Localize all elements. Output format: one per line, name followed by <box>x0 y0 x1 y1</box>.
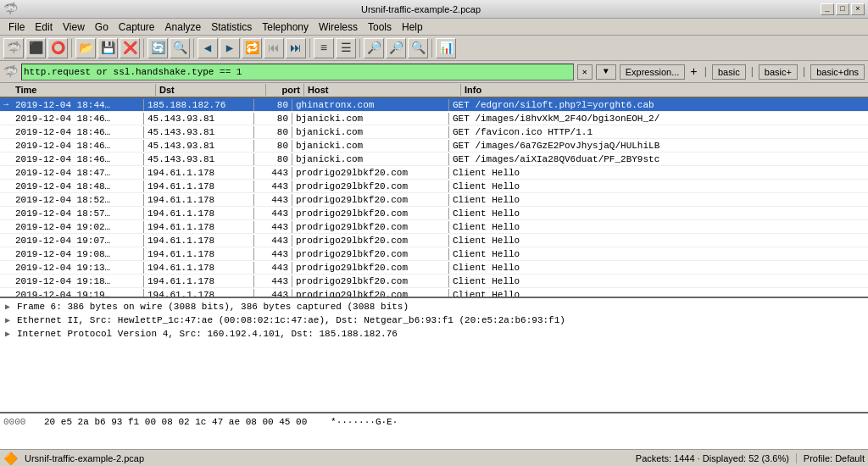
row-info: GET /images/i8hvXkM_2F4O/bgi3onEOH_2/ <box>449 113 868 125</box>
status-file: Ursnif-traffic-example-2.pcap <box>25 453 629 463</box>
row-dst: 194.61.1.178 <box>144 221 254 233</box>
table-row[interactable]: 2019-12-04 19:07… 194.61.1.178 443 prodr… <box>0 234 868 247</box>
open-button[interactable]: 📂 <box>75 38 96 58</box>
row-port: 80 <box>254 99 292 111</box>
menu-item-wireless[interactable]: Wireless <box>314 20 363 34</box>
menu-item-statistics[interactable]: Statistics <box>206 20 257 34</box>
first-button[interactable]: ⏮ <box>264 38 284 58</box>
hex-bytes: 20 e5 2a b6 93 f1 00 08 02 1c 47 ae 08 0… <box>44 415 307 429</box>
menu-item-tools[interactable]: Tools <box>363 20 397 34</box>
row-time: 2019-12-04 19:02… <box>12 221 144 233</box>
loop-button[interactable]: 🔁 <box>242 38 262 58</box>
filter-dropdown-button[interactable]: ▼ <box>596 64 616 80</box>
col-header-host[interactable]: Host <box>304 84 461 96</box>
zoom-out-button[interactable]: 🔎 <box>386 38 406 58</box>
toolbar-sep-5 <box>359 39 360 58</box>
table-row[interactable]: 2019-12-04 18:57… 194.61.1.178 443 prodr… <box>0 207 868 220</box>
app-icon: 🦈 <box>3 2 18 16</box>
packet-list-header: Time Dst port Host Info <box>0 83 868 98</box>
table-row[interactable]: → 2019-12-04 18:44… 185.188.182.76 80 gh… <box>0 98 868 112</box>
table-row[interactable]: 2019-12-04 19:02… 194.61.1.178 443 prodr… <box>0 220 868 234</box>
menu-item-edit[interactable]: Edit <box>30 20 58 34</box>
list2-button[interactable]: ☰ <box>336 38 356 58</box>
row-time: 2019-12-04 18:44… <box>12 99 144 111</box>
save-button[interactable]: 💾 <box>97 38 118 58</box>
find-button[interactable]: 🔍 <box>170 38 190 58</box>
stop-button[interactable]: ⬛ <box>25 38 46 58</box>
col-header-port[interactable]: port <box>266 84 304 96</box>
toolbar-sep-3 <box>193 39 194 58</box>
graph-button[interactable]: 📊 <box>436 38 456 58</box>
shark-button[interactable]: 🦈 <box>3 38 24 58</box>
col-header-time[interactable]: Time <box>12 84 156 96</box>
row-time: 2019-12-04 19:13… <box>12 262 144 274</box>
row-port: 443 <box>254 180 292 192</box>
row-info: Client Hello <box>449 221 868 233</box>
row-host: prodrigo29lbkf20.com <box>292 167 449 179</box>
detail-row[interactable]: ▶Frame 6: 386 bytes on wire (3088 bits),… <box>3 300 865 313</box>
basicplus-button[interactable]: basic+ <box>759 64 798 80</box>
restart-button[interactable]: ⭕ <box>47 38 68 58</box>
row-dst: 194.61.1.178 <box>144 262 254 274</box>
detail-row[interactable]: ▶Internet Protocol Version 4, Src: 160.1… <box>3 327 865 341</box>
table-row[interactable]: 2019-12-04 18:46… 45.143.93.81 80 bjanic… <box>0 112 868 125</box>
row-time: 2019-12-04 18:52… <box>12 194 144 206</box>
row-dst: 194.61.1.178 <box>144 248 254 260</box>
row-port: 443 <box>254 194 292 206</box>
last-button[interactable]: ⏭ <box>286 38 306 58</box>
row-time: 2019-12-04 19:07… <box>12 235 144 247</box>
filter-clear-button[interactable]: ✕ <box>577 64 593 80</box>
toolbar: 🦈 ⬛ ⭕ 📂 💾 ❌ 🔄 🔍 ◀ ▶ 🔁 ⏮ ⏭ ≡ ☰ 🔎 🔎 🔍 📊 <box>0 36 868 61</box>
row-info: GET /images/aiXIa28QV6duat/PF_2BY9stc <box>449 153 868 165</box>
row-host: bjanicki.com <box>292 113 449 125</box>
filter-input[interactable] <box>21 64 574 80</box>
row-host: prodrigo29lbkf20.com <box>292 262 449 274</box>
zoom-in-button[interactable]: 🔎 <box>364 38 384 58</box>
row-info: Client Hello <box>449 275 868 287</box>
detail-row[interactable]: ▶Ethernet II, Src: HewlettP_1c:47:ae (00… <box>3 313 865 327</box>
list-button[interactable]: ≡ <box>314 38 334 58</box>
row-dst: 194.61.1.178 <box>144 235 254 247</box>
table-row[interactable]: 2019-12-04 18:48… 194.61.1.178 443 prodr… <box>0 180 868 193</box>
row-time: 2019-12-04 18:57… <box>12 208 144 219</box>
table-row[interactable]: 2019-12-04 19:13… 194.61.1.178 443 prodr… <box>0 261 868 275</box>
menu-item-analyze[interactable]: Analyze <box>160 20 207 34</box>
menu-bar: FileEditViewGoCaptureAnalyzeStatisticsTe… <box>0 19 868 36</box>
row-port: 80 <box>254 140 292 152</box>
table-row[interactable]: 2019-12-04 18:46… 45.143.93.81 80 bjanic… <box>0 139 868 153</box>
menu-item-help[interactable]: Help <box>397 20 428 34</box>
expression-button[interactable]: Expression... <box>620 64 686 80</box>
close-button[interactable]: × <box>851 3 865 15</box>
minimize-button[interactable]: _ <box>821 3 834 15</box>
zoom-reset-button[interactable]: 🔍 <box>408 38 428 58</box>
menu-item-file[interactable]: File <box>3 20 30 34</box>
add-filter-button[interactable]: + <box>688 65 698 79</box>
reload-button[interactable]: 🔄 <box>147 38 168 58</box>
table-row[interactable]: 2019-12-04 18:46… 45.143.93.81 80 bjanic… <box>0 125 868 139</box>
menu-item-view[interactable]: View <box>58 20 90 34</box>
menu-item-capture[interactable]: Capture <box>114 20 160 34</box>
basic-button[interactable]: basic <box>712 64 746 80</box>
menu-item-go[interactable]: Go <box>90 20 114 34</box>
row-dst: 194.61.1.178 <box>144 194 254 206</box>
col-header-info[interactable]: Info <box>461 84 868 96</box>
table-row[interactable]: 2019-12-04 18:52… 194.61.1.178 443 prodr… <box>0 193 868 207</box>
toolbar-sep-1 <box>71 39 72 58</box>
table-row[interactable]: 2019-12-04 18:46… 45.143.93.81 80 bjanic… <box>0 153 868 166</box>
row-port: 443 <box>254 289 292 297</box>
menu-item-telephony[interactable]: Telephony <box>257 20 314 34</box>
status-bar: 🔶 Ursnif-traffic-example-2.pcap Packets:… <box>0 449 868 466</box>
table-row[interactable]: 2019-12-04 18:47… 194.61.1.178 443 prodr… <box>0 166 868 180</box>
maximize-button[interactable]: □ <box>836 3 849 15</box>
back-button[interactable]: ◀ <box>198 38 218 58</box>
forward-button[interactable]: ▶ <box>220 38 240 58</box>
basicdns-button[interactable]: basic+dns <box>810 64 865 80</box>
row-host: prodrigo29lbkf20.com <box>292 235 449 247</box>
table-row[interactable]: 2019-12-04 19:18… 194.61.1.178 443 prodr… <box>0 275 868 288</box>
col-header-dst[interactable]: Dst <box>156 84 266 96</box>
table-row[interactable]: 2019-12-04 19:08… 194.61.1.178 443 prodr… <box>0 247 868 261</box>
close-file-button[interactable]: ❌ <box>120 38 140 58</box>
pipe-sep-1: | <box>703 66 709 78</box>
table-row[interactable]: 2019-12-04 19:19… 194.61.1.178 443 prodr… <box>0 288 868 297</box>
hex-ascii: *·······G·E· <box>314 415 398 429</box>
